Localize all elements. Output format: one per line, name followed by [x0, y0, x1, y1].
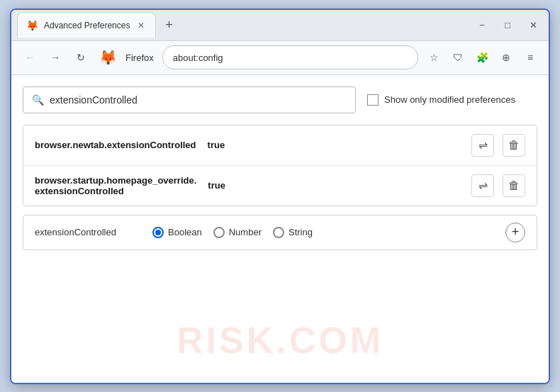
window-controls: − □ ✕	[472, 15, 543, 35]
search-input[interactable]	[50, 94, 347, 106]
pref-value-1: true	[208, 140, 225, 150]
radio-string[interactable]: String	[273, 227, 313, 238]
show-modified-label: Show only modified preferences	[384, 94, 515, 105]
radio-string-label: String	[289, 227, 313, 237]
table-row: browser.newtab.extensionControlled true …	[23, 125, 537, 166]
title-bar: 🦊 Advanced Preferences ✕ + − □ ✕	[11, 10, 549, 41]
new-tab-button[interactable]: +	[159, 15, 179, 35]
type-radio-group: Boolean Number String	[152, 227, 313, 238]
toggle-icon-1: ⇌	[478, 138, 488, 152]
new-pref-name: extensionControlled	[35, 227, 141, 237]
add-icon: +	[512, 225, 520, 240]
toggle-icon-2: ⇌	[478, 179, 488, 192]
table-row: browser.startup.homepage_override. exten…	[23, 166, 537, 206]
delete-button-2[interactable]: 🗑	[503, 174, 525, 197]
radio-boolean-label: Boolean	[168, 227, 202, 237]
reload-button[interactable]: ↻	[71, 47, 91, 67]
address-text: about:config	[173, 52, 408, 63]
show-modified-checkbox-row[interactable]: Show only modified preferences	[367, 94, 515, 106]
radio-number-label: Number	[229, 227, 262, 237]
add-preference-button[interactable]: +	[505, 223, 525, 242]
add-preference-row: extensionControlled Boolean Number Strin…	[23, 215, 537, 250]
tab-favicon: 🦊	[26, 20, 38, 31]
content-area: 🔍 Show only modified preferences browser…	[11, 75, 549, 383]
search-box[interactable]: 🔍	[23, 86, 356, 113]
close-button[interactable]: ✕	[523, 15, 543, 35]
sync-icon[interactable]: ⊕	[496, 47, 516, 67]
back-button[interactable]: ←	[20, 47, 40, 67]
delete-icon-1: 🗑	[508, 139, 520, 152]
toggle-button-2[interactable]: ⇌	[471, 174, 494, 197]
show-modified-checkbox[interactable]	[367, 94, 379, 106]
tab-title: Advanced Preferences	[44, 21, 130, 30]
radio-number-circle[interactable]	[213, 227, 225, 238]
address-bar[interactable]: about:config	[162, 45, 418, 69]
toggle-button-1[interactable]: ⇌	[471, 134, 494, 157]
restore-button[interactable]: □	[498, 15, 517, 35]
browser-name: Firefox	[125, 52, 154, 63]
pref-name-2-line2: extensionControlled	[35, 186, 196, 196]
menu-icon[interactable]: ≡	[520, 47, 540, 67]
delete-button-1[interactable]: 🗑	[503, 134, 525, 157]
firefox-logo: 🦊	[99, 49, 117, 66]
radio-string-circle[interactable]	[273, 227, 284, 238]
bookmark-icon[interactable]: ☆	[424, 47, 444, 67]
watermark: RISK.COM	[177, 319, 383, 362]
pref-name-2-line1: browser.startup.homepage_override.	[35, 175, 196, 186]
pref-name-1: browser.newtab.extensionControlled	[35, 140, 196, 150]
nav-bar: ← → ↻ 🦊 Firefox about:config ☆ 🛡 🧩 ⊕ ≡	[11, 41, 549, 75]
pref-name-2-wrap: browser.startup.homepage_override. exten…	[35, 175, 196, 196]
forward-button[interactable]: →	[45, 47, 65, 67]
search-icon: 🔍	[32, 94, 44, 106]
nav-icons: ☆ 🛡 🧩 ⊕ ≡	[424, 47, 540, 67]
radio-boolean[interactable]: Boolean	[152, 227, 202, 238]
search-row: 🔍 Show only modified preferences	[23, 86, 537, 113]
pref-value-2: true	[208, 180, 225, 191]
shield-icon[interactable]: 🛡	[448, 47, 468, 67]
tab-close-button[interactable]: ✕	[135, 20, 147, 31]
minimize-button[interactable]: −	[472, 15, 492, 35]
browser-tab[interactable]: 🦊 Advanced Preferences ✕	[17, 12, 156, 38]
radio-boolean-circle[interactable]	[152, 227, 164, 238]
browser-window: 🦊 Advanced Preferences ✕ + − □ ✕ ← → ↻ 🦊…	[10, 9, 550, 384]
delete-icon-2: 🗑	[508, 179, 520, 192]
extension-icon[interactable]: 🧩	[472, 47, 492, 67]
radio-number[interactable]: Number	[213, 227, 262, 238]
results-table: browser.newtab.extensionControlled true …	[23, 125, 537, 206]
